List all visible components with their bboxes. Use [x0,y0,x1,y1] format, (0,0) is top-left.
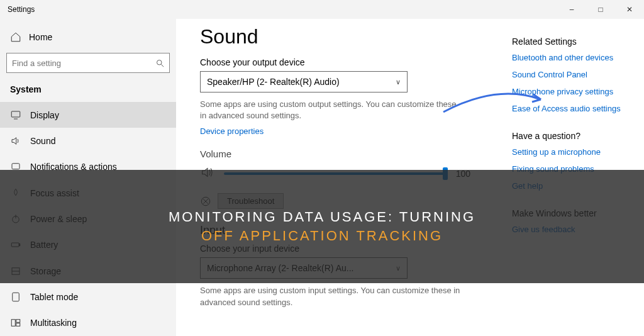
svg-point-0 [157,60,162,65]
related-link-ease-of-access[interactable]: Ease of Access audio settings [512,104,631,113]
sidebar-item-multitask[interactable]: Multitasking [0,310,176,336]
overlay-banner: MONITORING DATA USAGE: TURNING OFF APPLI… [0,170,644,283]
question-link-setup-mic[interactable]: Setting up a microphone [512,147,631,157]
device-properties-link[interactable]: Device properties [200,126,499,136]
title-bar: Settings – □ ✕ [0,0,644,19]
minimize-button[interactable]: – [557,0,586,19]
close-button[interactable]: ✕ [615,0,644,19]
related-link-sound-control-panel[interactable]: Sound Control Panel [512,70,631,79]
overlay-line1: MONITORING DATA USAGE: TURNING [169,209,475,225]
search-input[interactable] [6,53,170,73]
question-heading: Have a question? [512,131,631,141]
search-icon [150,59,169,68]
svg-rect-2 [11,111,20,117]
output-device-label: Choose your output device [200,57,499,67]
svg-rect-14 [16,323,20,327]
svg-line-1 [161,64,164,67]
sidebar-item-sound[interactable]: Sound [0,128,176,154]
chevron-down-icon: ∨ [396,78,401,86]
multitask-icon [10,317,21,328]
volume-label: Volume [200,148,499,159]
output-hint: Some apps are using custom output settin… [200,99,464,121]
search-row [0,49,176,79]
maximize-button[interactable]: □ [586,0,615,19]
page-title: Sound [200,25,499,48]
sidebar-item-tablet[interactable]: Tablet mode [0,284,176,310]
sidebar-group-label: System [0,79,176,102]
related-heading: Related Settings [512,36,631,47]
sidebar-item-label: Sound [30,136,55,146]
sidebar-item-label: Multitasking [30,318,77,328]
svg-rect-13 [16,320,20,323]
related-link-mic-privacy[interactable]: Microphone privacy settings [512,87,631,96]
svg-rect-12 [11,320,15,327]
sidebar-item-label: Tablet mode [30,292,78,302]
sound-icon [10,135,21,147]
window-title: Settings [0,5,557,14]
search-field[interactable] [7,59,150,68]
display-icon [10,109,21,121]
svg-rect-11 [13,293,19,301]
related-link-bluetooth[interactable]: Bluetooth and other devices [512,53,631,62]
sidebar-item-display[interactable]: Display [0,102,176,128]
overlay-line2: OFF APPLICATION TRACKING [201,228,443,244]
input-hint: Some apps are using custom input setting… [200,285,464,308]
sidebar-item-label: Display [30,110,59,120]
output-device-dropdown[interactable]: Speaker/HP (2- Realtek(R) Audio) ∨ [200,71,408,92]
sidebar-home[interactable]: Home [0,25,176,49]
output-device-value: Speaker/HP (2- Realtek(R) Audio) [207,77,340,87]
home-label: Home [29,32,52,42]
svg-rect-4 [12,164,19,169]
tablet-icon [10,291,21,303]
home-icon [10,31,21,43]
